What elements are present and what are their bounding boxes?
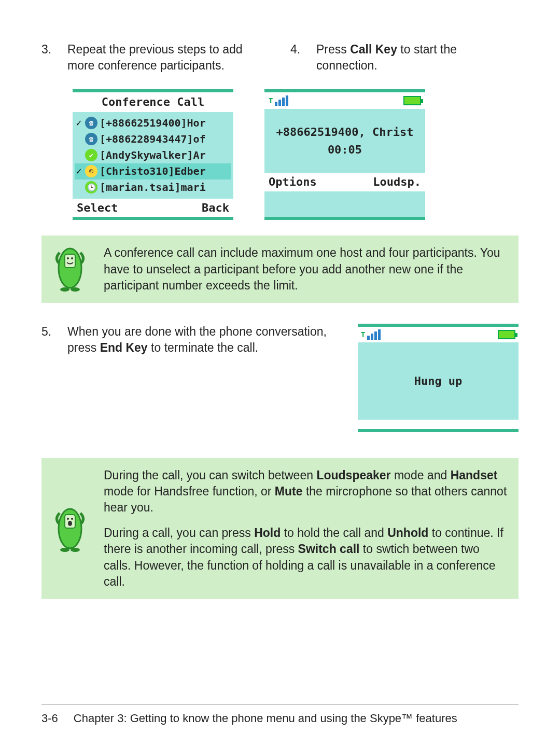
svg-point-10: [68, 521, 72, 526]
step-4: 4. Press Call Key to start the connectio…: [290, 42, 519, 74]
phone-icon: ☎: [85, 117, 97, 129]
signal-icon: T: [361, 329, 381, 340]
softkey-loudspeaker[interactable]: Loudsp.: [373, 174, 421, 190]
check-icon: ✓: [75, 165, 83, 177]
phone-screen-incall: T +88662519400, Christ 00:05 Options Lou…: [264, 89, 425, 220]
bold-unhold: Unhold: [387, 526, 428, 540]
page-number: 3-6: [41, 711, 58, 726]
note-text: A conference call can include maximum on…: [104, 245, 508, 293]
t: During the call, you can switch between: [104, 468, 316, 482]
svg-point-8: [67, 518, 69, 520]
battery-icon: [498, 330, 515, 339]
contact-label: [+886228943447]of: [100, 132, 206, 146]
step-5-number: 5.: [41, 324, 54, 433]
step-5-text: When you are done with the phone convers…: [67, 324, 337, 433]
t: mode for Handsfree function, or: [104, 485, 275, 498]
t: During a call, you can press: [104, 526, 254, 540]
contact-label: [marian.tsai]mari: [100, 181, 206, 195]
t: to hold the call and: [281, 526, 387, 540]
status-bar: T: [358, 327, 519, 342]
screen-title: Conference Call: [73, 92, 233, 112]
step-4-text: Press Call Key to start the connection.: [316, 42, 519, 74]
mascot-icon: [52, 245, 88, 292]
contact-row[interactable]: ☎ [+886228943447]of: [75, 131, 231, 147]
page-footer: 3-6 Chapter 3: Getting to know the phone…: [41, 704, 519, 726]
t: mode and: [391, 468, 451, 482]
svg-point-4: [60, 287, 69, 292]
step5-row: 5. When you are done with the phone conv…: [41, 324, 519, 433]
note2-p1: During the call, you can switch between …: [104, 467, 508, 516]
contact-row[interactable]: ✓ ☎ [+88662519400]Hor: [75, 115, 231, 131]
bold-handset: Handset: [451, 468, 498, 482]
note-box-limits: A conference call can include maximum on…: [41, 236, 519, 302]
call-info: +88662519400, Christ 00:05: [264, 109, 425, 173]
step-3-text: Repeat the previous steps to add more co…: [67, 42, 270, 74]
note-text: During the call, you can switch between …: [104, 467, 508, 589]
svg-rect-1: [65, 254, 75, 268]
step-5: 5. When you are done with the phone conv…: [41, 324, 337, 433]
contact-label: [AndySkywalker]Ar: [100, 148, 206, 162]
softkey-bar: Options Loudsp.: [264, 173, 425, 191]
bold-switchcall: Switch call: [298, 542, 360, 556]
phone-screen-hungup: T Hung up: [358, 324, 519, 433]
mascot-icon: [52, 505, 88, 552]
bold-hold: Hold: [254, 526, 281, 540]
signal-icon: T: [269, 95, 288, 106]
phone-screen-conference: Conference Call ✓ ☎ [+88662519400]Hor ☎ …: [73, 89, 233, 220]
svg-point-2: [67, 257, 69, 259]
step-3: 3. Repeat the previous steps to add more…: [41, 42, 270, 74]
contact-list: ✓ ☎ [+88662519400]Hor ☎ [+886228943447]o…: [73, 112, 233, 199]
chapter-title: Chapter 3: Getting to know the phone men…: [74, 711, 457, 726]
call-caller: +88662519400, Christ: [267, 125, 423, 140]
bold-loudspeaker: Loudspeaker: [316, 468, 390, 482]
note2-p2: During a call, you can press Hold to hol…: [104, 525, 508, 589]
bold-mute: Mute: [275, 485, 303, 498]
step-3-number: 3.: [41, 42, 54, 74]
status-clock-icon: 🕒: [85, 181, 97, 193]
svg-point-12: [71, 548, 80, 552]
screens-row: Conference Call ✓ ☎ [+88662519400]Hor ☎ …: [41, 89, 519, 220]
svg-point-9: [71, 518, 73, 520]
step-5-endkey: End Key: [100, 341, 148, 354]
status-away-icon: ☺: [85, 165, 97, 177]
svg-point-3: [71, 257, 73, 259]
contact-row[interactable]: 🕒 [marian.tsai]mari: [75, 179, 231, 196]
softkey-bar: Select Back: [73, 199, 233, 217]
step-4-number: 4.: [290, 42, 303, 74]
svg-point-5: [71, 287, 80, 292]
svg-point-11: [60, 548, 69, 552]
check-icon: ✓: [75, 117, 83, 129]
steps-row-top: 3. Repeat the previous steps to add more…: [41, 42, 519, 74]
contact-row[interactable]: ✓ ☺ [Christo310]Edber: [75, 163, 231, 179]
step-4-text-a: Press: [316, 43, 350, 56]
softkey-back[interactable]: Back: [202, 200, 229, 216]
step-4-callkey: Call Key: [350, 43, 397, 56]
hungup-text: Hung up: [358, 342, 519, 420]
contact-label: [+88662519400]Hor: [100, 116, 206, 130]
call-timer: 00:05: [267, 142, 423, 158]
phone-icon: ☎: [85, 133, 97, 145]
status-bar: T: [264, 92, 425, 109]
note-box-modes: During the call, you can switch between …: [41, 458, 519, 599]
contact-row[interactable]: ✔ [AndySkywalker]Ar: [75, 147, 231, 163]
status-online-icon: ✔: [85, 149, 97, 161]
battery-icon: [403, 96, 421, 105]
softkey-bar-empty: [358, 420, 519, 429]
contact-label: [Christo310]Edber: [100, 164, 206, 178]
step-5-text-b: to terminate the call.: [148, 341, 259, 354]
softkey-options[interactable]: Options: [269, 174, 317, 190]
softkey-select[interactable]: Select: [77, 200, 118, 216]
